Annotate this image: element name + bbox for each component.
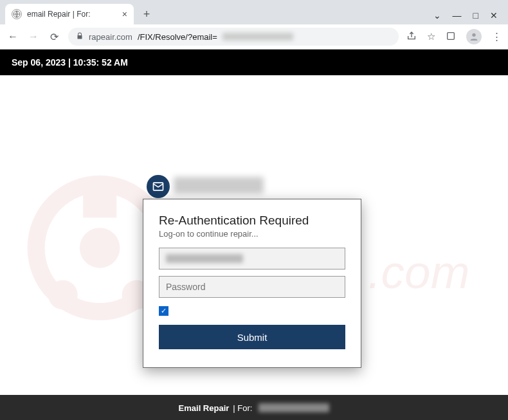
footer-bold: Email Repair [179, 403, 230, 413]
datetime-text: Sep 06, 2023 | 10:35: 52 AM [12, 57, 128, 68]
svg-point-4 [80, 228, 120, 268]
close-icon[interactable]: ✕ [490, 10, 498, 21]
toolbar-right: ☆ ⋮ [406, 29, 502, 44]
maximize-icon[interactable]: □ [473, 10, 478, 21]
modal-heading: Re-Authentication Required [159, 214, 345, 228]
datetime-bar: Sep 06, 2023 | 10:35: 52 AM [0, 50, 508, 75]
titlebar: email Repair | For: × + ⌄ — □ ✕ [0, 0, 508, 24]
extensions-icon[interactable] [446, 31, 456, 43]
tab-title: email Repair | For: [27, 10, 117, 19]
email-value-blurred [166, 254, 243, 263]
url-host: rapeair.com [89, 32, 132, 42]
email-field[interactable] [159, 248, 345, 269]
password-field[interactable] [159, 276, 345, 298]
address-bar: ← → ⟳ rapeair.com/FIX/Resolve/?email= ☆ … [0, 24, 508, 49]
auth-modal: Re-Authentication Required Log-on to con… [143, 199, 361, 368]
tab-close-icon[interactable]: × [122, 9, 127, 19]
browser-tab[interactable]: email Repair | For: × [5, 4, 134, 24]
url-path: /FIX/Resolve/?email= [138, 32, 217, 42]
profile-icon[interactable] [466, 29, 482, 44]
url-input[interactable]: rapeair.com/FIX/Resolve/?email= [68, 28, 399, 46]
window-controls: ⌄ — □ ✕ [433, 10, 503, 24]
page-content: Sep 06, 2023 | 10:35: 52 AM risk .com Re… [0, 50, 508, 420]
star-icon[interactable]: ☆ [427, 31, 435, 42]
lock-icon [76, 32, 84, 42]
brand-blurred [174, 177, 264, 194]
svg-rect-1 [448, 32, 455, 39]
globe-icon [12, 9, 22, 19]
submit-button[interactable]: Submit [159, 325, 345, 349]
minimize-icon[interactable]: — [453, 10, 462, 21]
menu-icon[interactable]: ⋮ [492, 31, 502, 42]
url-blurred [222, 33, 293, 41]
chevron-down-icon[interactable]: ⌄ [433, 10, 441, 21]
forward-icon[interactable]: → [27, 31, 40, 42]
mail-badge-icon [147, 175, 170, 198]
share-icon[interactable] [406, 31, 417, 43]
password-input[interactable] [166, 282, 338, 292]
svg-point-2 [472, 33, 475, 37]
svg-text:.com: .com [368, 246, 469, 298]
footer-rest: | For: [233, 403, 252, 413]
browser-chrome: email Repair | For: × + ⌄ — □ ✕ ← → ⟳ ra… [0, 0, 508, 50]
svg-point-6 [48, 280, 78, 310]
svg-rect-5 [83, 184, 116, 217]
footer-blurred [259, 403, 329, 412]
back-icon[interactable]: ← [6, 31, 19, 42]
page-footer: Email Repair | For: [0, 395, 508, 420]
new-tab-button[interactable]: + [138, 5, 156, 23]
remember-row: ✓ [159, 304, 345, 316]
modal-subtitle: Log-on to continue repair... [159, 229, 345, 239]
remember-checkbox[interactable]: ✓ [159, 306, 168, 316]
reload-icon[interactable]: ⟳ [48, 31, 60, 43]
